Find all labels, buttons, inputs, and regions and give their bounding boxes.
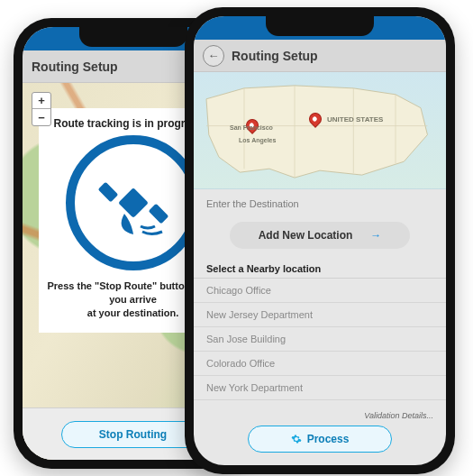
- bottom-bar: Process: [194, 420, 446, 465]
- page-title: Routing Setup: [32, 60, 118, 74]
- list-item[interactable]: Chicago Office: [194, 279, 446, 303]
- list-item[interactable]: New York Department: [194, 376, 446, 400]
- title-bar: ← Routing Setup: [194, 40, 446, 72]
- validation-link[interactable]: Validation Details...: [194, 406, 446, 420]
- map-country-label: UNITED STATES: [327, 115, 383, 124]
- zoom-in-button[interactable]: +: [32, 93, 50, 109]
- svg-rect-2: [148, 204, 168, 224]
- process-button[interactable]: Process: [248, 426, 392, 453]
- list-item[interactable]: San Jose Building: [194, 327, 446, 352]
- add-location-button[interactable]: Add New Location →: [230, 222, 410, 249]
- page-title: Routing Setup: [232, 49, 318, 63]
- arrow-right-icon: →: [370, 229, 381, 242]
- svg-rect-1: [97, 182, 118, 203]
- gear-icon: [291, 434, 302, 444]
- stop-routing-button[interactable]: Stop Routing: [61, 421, 205, 448]
- location-list: Chicago Office New Jersey Department San…: [194, 278, 446, 406]
- map-city-label: Los Angeles: [239, 137, 276, 143]
- phone-right-screen: ← Routing Setup UNITED STATES San Franci…: [194, 16, 446, 465]
- zoom-out-button[interactable]: −: [32, 109, 50, 125]
- zoom-control: + −: [32, 92, 51, 126]
- notch: [266, 16, 374, 36]
- us-map[interactable]: UNITED STATES San Francisco Los Angeles: [194, 72, 446, 189]
- phone-right: ← Routing Setup UNITED STATES San Franci…: [185, 7, 455, 474]
- right-content: UNITED STATES San Francisco Los Angeles …: [194, 72, 446, 465]
- arrow-left-icon: ←: [208, 50, 220, 61]
- list-item[interactable]: New Jersey Department: [194, 303, 446, 327]
- back-button[interactable]: ←: [203, 45, 224, 67]
- destination-section: Enter the Destination Add New Location →: [194, 189, 446, 263]
- list-item[interactable]: Colorado Office: [194, 352, 446, 376]
- map-city-label: San Francisco: [230, 124, 273, 131]
- svg-rect-0: [118, 188, 149, 218]
- destination-label: Enter the Destination: [206, 198, 433, 209]
- satellite-icon: [66, 135, 201, 270]
- nearby-label: Select a Nearby location: [194, 263, 446, 278]
- notch: [79, 27, 187, 47]
